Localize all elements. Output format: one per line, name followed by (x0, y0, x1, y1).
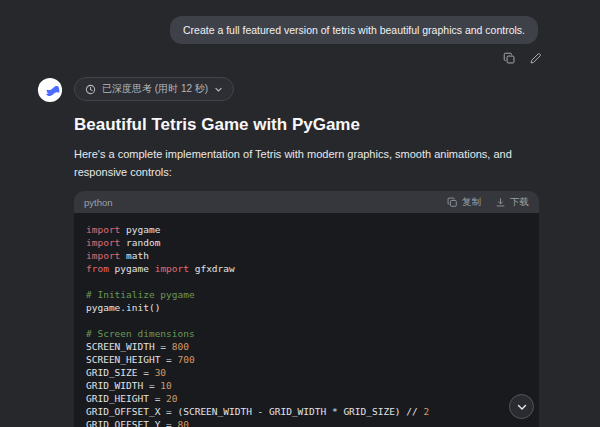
code-line: import random (86, 236, 527, 249)
code-line (86, 314, 527, 327)
code-download-label: 下载 (510, 196, 529, 209)
code-line: GRID_OFFSET_Y = 80 (86, 418, 527, 427)
code-line: SCREEN_WIDTH = 800 (86, 340, 527, 353)
download-icon (495, 197, 506, 208)
message-actions (0, 44, 600, 65)
code-line: import math (86, 249, 527, 262)
user-message: Create a full featured version of tetris… (170, 16, 538, 44)
assistant-content: 已深度思考 (用时 12 秒) Beautiful Tetris Game wi… (74, 77, 539, 427)
code-line: pygame.init() (86, 301, 527, 314)
copy-message-button[interactable] (503, 52, 516, 65)
response-intro: Here's a complete implementation of Tetr… (74, 145, 539, 181)
code-download-button[interactable]: 下载 (495, 196, 529, 209)
code-copy-label: 复制 (462, 196, 481, 209)
code-line: GRID_OFFSET_X = (SCREEN_WIDTH - GRID_WID… (86, 405, 527, 418)
code-line: GRID_HEIGHT = 20 (86, 392, 527, 405)
chevron-down-icon (516, 401, 528, 413)
assistant-message-row: 已深度思考 (用时 12 秒) Beautiful Tetris Game wi… (0, 65, 600, 427)
code-content: import pygameimport randomimport mathfro… (74, 213, 539, 427)
code-line (86, 275, 527, 288)
user-message-row: Create a full featured version of tetris… (0, 0, 600, 44)
code-copy-button[interactable]: 复制 (447, 196, 481, 209)
chevron-down-icon (214, 85, 223, 94)
whale-logo-icon (37, 77, 63, 103)
code-actions: 复制 下载 (447, 196, 529, 209)
edit-message-button[interactable] (529, 52, 542, 65)
code-line: # Screen dimensions (86, 327, 527, 340)
response-heading: Beautiful Tetris Game with PyGame (74, 115, 539, 135)
code-language-label: python (84, 197, 113, 208)
thinking-toggle[interactable]: 已深度思考 (用时 12 秒) (74, 77, 234, 101)
code-header: python 复制 (74, 191, 539, 213)
code-block: python 复制 (74, 191, 539, 427)
copy-icon (503, 52, 516, 65)
copy-icon (447, 197, 458, 208)
edit-icon (529, 52, 542, 65)
scroll-to-bottom-button[interactable] (509, 394, 534, 419)
code-line: import pygame (86, 223, 527, 236)
code-line: SCREEN_HEIGHT = 700 (86, 353, 527, 366)
code-line: GRID_WIDTH = 10 (86, 379, 527, 392)
deep-think-icon (85, 84, 96, 95)
thinking-label: 已深度思考 (用时 12 秒) (102, 82, 208, 96)
code-line: # Initialize pygame (86, 288, 527, 301)
assistant-avatar (37, 77, 63, 103)
chat-page: Create a full featured version of tetris… (0, 0, 600, 427)
code-line: GRID_SIZE = 30 (86, 366, 527, 379)
code-line: from pygame import gfxdraw (86, 262, 527, 275)
user-message-text: Create a full featured version of tetris… (183, 24, 525, 36)
